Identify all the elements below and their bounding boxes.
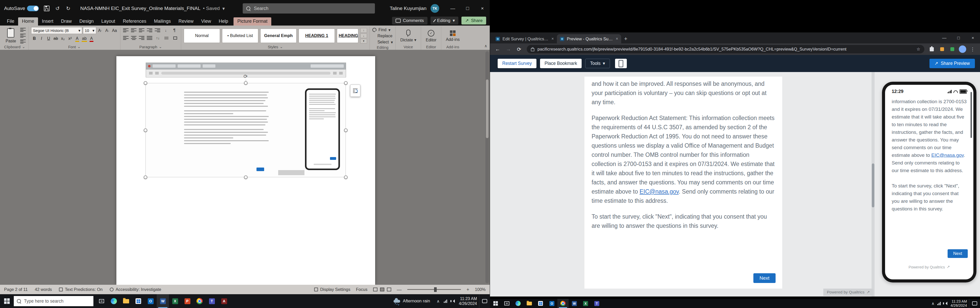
editor-button[interactable]: ✓ Editor	[424, 27, 438, 45]
style-general-emph[interactable]: General Emph	[260, 29, 297, 43]
taskbar-weather[interactable]: Afternoon rain	[393, 298, 430, 304]
address-bar[interactable]: pacificresearch.qualtrics.com/jfe/previe…	[527, 45, 924, 53]
next-button[interactable]: Next	[753, 273, 776, 283]
phone-powered-by[interactable]: Powered by Qualtrics ↗	[885, 265, 974, 269]
tray-chevron-icon[interactable]: ∧	[437, 299, 440, 304]
taskbar-excel[interactable]: X	[169, 294, 181, 308]
taskbar-file-explorer[interactable]	[120, 294, 132, 308]
editing-mode-button[interactable]: Editing ▾	[431, 17, 458, 24]
network-icon[interactable]	[937, 302, 941, 305]
style-normal[interactable]: Normal	[184, 29, 220, 43]
line-spacing-icon[interactable]: ↑↓	[155, 35, 161, 41]
copy-icon[interactable]	[20, 34, 26, 38]
document-page[interactable]: ⟳	[116, 56, 375, 285]
ribbon-tab-help[interactable]: Help	[215, 18, 232, 26]
word-search-input[interactable]	[253, 6, 371, 11]
text-predictions[interactable]: Text Predictions: On	[59, 287, 103, 292]
back-button[interactable]: ←	[493, 45, 502, 54]
resize-handle-middle-left[interactable]	[144, 128, 147, 132]
read-mode-icon[interactable]	[373, 287, 377, 291]
task-view-button[interactable]	[95, 294, 108, 308]
start-button[interactable]	[0, 294, 14, 308]
align-right-icon[interactable]	[139, 36, 145, 40]
document-scrollbar-thumb[interactable]	[486, 80, 488, 138]
email-link[interactable]: EIC@nasa.gov	[931, 152, 964, 158]
sort-icon[interactable]: ↓	[162, 27, 169, 34]
bullets-icon[interactable]	[123, 28, 129, 32]
ribbon-tab-insert[interactable]: Insert	[38, 18, 57, 26]
numbering-icon[interactable]	[131, 28, 137, 32]
increase-indent-icon[interactable]	[155, 28, 160, 32]
taskbar-teams[interactable]: T	[206, 294, 218, 308]
resize-handle-top-right[interactable]	[344, 81, 348, 85]
tab-close-icon[interactable]: ×	[552, 37, 554, 41]
style-heading-2[interactable]: HEADING	[337, 29, 358, 43]
close-button[interactable]: ×	[966, 32, 980, 43]
borders-icon[interactable]	[172, 35, 178, 41]
volume-icon[interactable]	[944, 302, 947, 305]
gallery-up-icon[interactable]: ↑	[360, 28, 367, 33]
focus-mode[interactable]: Focus	[356, 287, 368, 292]
tab-edit-survey[interactable]: Edit Survey | Qualtrics Experie ×	[493, 34, 557, 43]
document-scrollbar[interactable]	[485, 51, 489, 283]
taskbar-chrome[interactable]	[193, 294, 206, 308]
action-center-button[interactable]	[479, 294, 490, 308]
taskbar-store[interactable]	[132, 294, 145, 308]
taskbar-store[interactable]	[535, 299, 546, 308]
ribbon-tab-picture-format[interactable]: Picture Format	[234, 18, 271, 26]
decrease-indent-icon[interactable]	[147, 28, 152, 32]
superscript-button[interactable]: x²	[67, 35, 73, 41]
ribbon-tab-review[interactable]: Review	[175, 18, 197, 26]
taskbar-outlook[interactable]: O	[145, 294, 157, 308]
taskbar-outlook[interactable]: O	[546, 299, 557, 308]
close-button[interactable]: ×	[475, 0, 490, 17]
style-heading-1[interactable]: HEADING 1	[299, 29, 335, 43]
avatar[interactable]: TK	[431, 4, 439, 13]
redo-button[interactable]: ↻	[63, 3, 73, 14]
volume-icon[interactable]	[451, 299, 455, 303]
collapse-ribbon-icon[interactable]: ∧	[484, 44, 487, 48]
bold-button[interactable]: B	[31, 35, 38, 41]
minimize-button[interactable]: —	[445, 0, 460, 17]
change-case-button[interactable]: Aa	[111, 27, 118, 34]
chrome-menu-button[interactable]: ⋮	[968, 45, 977, 54]
grow-font-button[interactable]: A↑	[97, 27, 103, 34]
preview-scrollbar-thumb[interactable]	[872, 163, 874, 207]
resize-handle-middle-right[interactable]	[344, 128, 348, 132]
underline-button[interactable]: U	[45, 35, 52, 41]
taskbar-powerpoint[interactable]: P	[181, 294, 193, 308]
tab-preview-survey[interactable]: Preview - Qualtrics Survey | Q ×	[557, 34, 621, 43]
document-title[interactable]: NASA-NMNH EIC_Exit Survey_Online Materia…	[80, 6, 224, 11]
network-icon[interactable]	[444, 300, 447, 303]
extensions-button[interactable]	[928, 45, 936, 54]
layout-options-button[interactable]	[350, 85, 360, 97]
align-center-icon[interactable]	[131, 36, 137, 40]
ribbon-tab-view[interactable]: View	[197, 18, 215, 26]
undo-button[interactable]: ↺	[52, 3, 63, 14]
taskbar-file-explorer[interactable]	[524, 299, 535, 308]
replace-button[interactable]: Replace	[372, 33, 393, 39]
resize-handle-top-left[interactable]	[144, 81, 147, 85]
ribbon-tab-home[interactable]: Home	[18, 18, 38, 26]
cut-icon[interactable]	[20, 28, 26, 32]
email-link[interactable]: EIC@nasa.gov	[640, 188, 679, 195]
show-formatting-icon[interactable]: ¶	[171, 27, 178, 34]
taskbar-edge[interactable]	[108, 294, 120, 308]
tools-dropdown[interactable]: Tools ▾	[585, 59, 610, 68]
ribbon-tab-design[interactable]: Design	[76, 18, 97, 26]
taskbar-edge[interactable]	[512, 299, 524, 308]
task-view-button[interactable]	[501, 299, 512, 308]
minimize-button[interactable]: —	[937, 32, 951, 43]
taskbar-clock[interactable]: 11:23 AM 4/26/2024	[950, 299, 967, 308]
place-bookmark-button[interactable]: Place Bookmark	[540, 59, 582, 68]
dictate-button[interactable]: Dictate▾	[398, 27, 418, 45]
taskbar-excel[interactable]: X	[580, 299, 591, 308]
maximize-button[interactable]: □	[951, 32, 966, 43]
resize-handle-top-middle[interactable]	[244, 81, 248, 85]
gallery-more-icon[interactable]: ▾	[360, 39, 367, 43]
autosave-toggle[interactable]	[27, 6, 39, 11]
share-preview-button[interactable]: ↗ Share Preview	[929, 59, 975, 68]
ribbon-tab-layout[interactable]: Layout	[97, 18, 119, 26]
selected-picture[interactable]: ⟳	[146, 83, 345, 177]
font-size-combo[interactable]: 10▾	[83, 27, 96, 34]
